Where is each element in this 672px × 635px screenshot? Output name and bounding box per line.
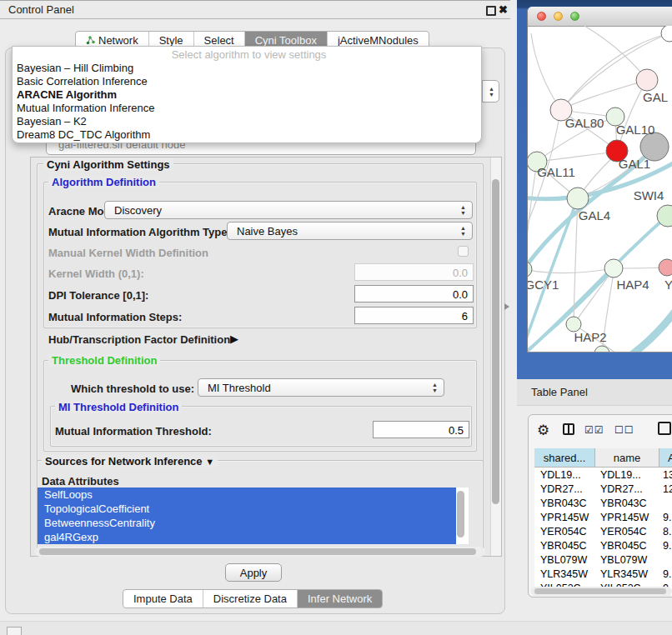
table-cell[interactable]: YLR345W <box>540 568 594 582</box>
network-node-label: GAL10 <box>616 122 655 137</box>
list-item[interactable]: gal4RGexp <box>38 530 456 544</box>
column-header-partial[interactable]: A <box>659 448 672 468</box>
data-attributes-list[interactable]: SelfLoops TopologicalCoefficient Between… <box>38 488 469 544</box>
table-cell[interactable]: 9. <box>663 568 672 582</box>
network-labels: GALGAL80GAL10GAL1GAL11GAL4SWI4GCY1HAP4YH… <box>528 90 672 344</box>
table-cell[interactable]: YBR043C <box>600 497 657 511</box>
splitter-handle-icon[interactable] <box>504 303 509 310</box>
network-node-GAL[interactable] <box>636 69 658 91</box>
mi-threshold-group-title: MI Threshold Definition <box>55 401 182 413</box>
tab-impute-data[interactable]: Impute Data <box>123 590 203 608</box>
close-traffic-light[interactable] <box>537 12 546 21</box>
network-node-Y[interactable] <box>659 259 672 276</box>
table-cell[interactable]: YBL079W <box>600 553 657 568</box>
table-cell[interactable]: 9. <box>663 539 672 553</box>
bottom-left-icon[interactable] <box>7 627 22 635</box>
network-node-label: GAL <box>643 90 668 104</box>
dropdown-item[interactable]: Mutual Information Inference <box>13 102 481 115</box>
table-cell[interactable]: YDL19... <box>540 468 594 482</box>
apply-button[interactable]: Apply <box>225 563 282 582</box>
hub-section-label[interactable]: Hub/Transcription Factor Definition <box>48 333 230 346</box>
column-header-shared-name[interactable]: shared... <box>534 448 595 468</box>
network-window-titlebar[interactable] <box>528 7 672 27</box>
table-cell[interactable]: YLR345W <box>600 568 657 582</box>
table-cell[interactable]: YDR27... <box>600 482 657 497</box>
network-window: GALGAL80GAL10GAL1GAL11GAL4SWI4GCY1HAP4YH… <box>527 7 672 352</box>
unchecked-checkboxes-icon[interactable]: ☐☐ <box>614 424 634 436</box>
dropdown-item[interactable]: Basic Correlation Inference <box>13 75 481 88</box>
table-cell[interactable]: 9. <box>663 511 672 525</box>
manual-kernel-label: Manual Kernel Width Definition <box>48 247 208 259</box>
sources-group-title[interactable]: Sources for Network Inference ▼ <box>42 455 218 468</box>
list-item[interactable]: BetweennessCentrality <box>38 516 456 530</box>
table-cell[interactable]: YBR045C <box>600 539 657 553</box>
dropdown-item[interactable]: Bayesian – Hill Climbing <box>13 62 481 75</box>
network-svg: GALGAL80GAL10GAL1GAL11GAL4SWI4GCY1HAP4YH… <box>528 26 672 352</box>
aracne-mode-combo[interactable]: Discovery ▲▼ <box>104 201 473 219</box>
mi-steps-label: Mutual Information Steps: <box>48 311 182 323</box>
stepper-icon: ▲▼ <box>489 86 494 98</box>
table-cell[interactable]: YBR045C <box>540 539 594 553</box>
checked-checkboxes-icon[interactable]: ☑☑ <box>584 424 604 436</box>
table-cell[interactable]: YPR145W <box>540 511 594 525</box>
h-scrollbar-thumb[interactable] <box>39 548 476 555</box>
mi-threshold-label: Mutual Information Threshold: <box>55 425 212 438</box>
table-scrollbar-thumb[interactable] <box>534 588 666 594</box>
dropdown-item[interactable]: Bayesian – K2 <box>13 115 481 128</box>
network-node-GCY1[interactable] <box>528 261 532 278</box>
network-node-HAP4[interactable] <box>604 259 623 278</box>
mi-threshold-field[interactable]: 0.5 <box>373 421 469 438</box>
table-cell[interactable]: 12 <box>663 482 672 497</box>
network-node-unlabeled[interactable] <box>661 26 672 42</box>
screen: Control Panel ✖ Network Style Select Cyn… <box>0 0 672 635</box>
minimize-traffic-light[interactable] <box>554 12 563 21</box>
column-header-name[interactable]: name <box>595 448 659 468</box>
table-cell[interactable]: YBL079W <box>540 553 594 568</box>
list-item[interactable]: SelfLoops <box>38 488 456 502</box>
table-cell[interactable]: YPR145W <box>600 511 657 525</box>
tab-discretize-data[interactable]: Discretize Data <box>203 590 298 608</box>
table-cell[interactable]: YER054C <box>540 525 594 539</box>
table-horizontal-scrollbar[interactable] <box>531 587 672 596</box>
network-node-label: GAL1 <box>619 157 650 171</box>
close-icon[interactable]: ✖ <box>499 3 508 16</box>
table-cell[interactable]: YER054C <box>600 525 657 539</box>
network-node-label: GAL80 <box>565 116 604 130</box>
network-node-label: GAL11 <box>537 165 575 179</box>
stepper-icon: ▲▼ <box>432 382 438 393</box>
settings-horizontal-scrollbar[interactable] <box>35 547 485 557</box>
split-columns-icon[interactable] <box>563 423 574 435</box>
table-cell[interactable]: YDR27... <box>540 482 594 497</box>
network-node-GAL4[interactable] <box>567 188 589 209</box>
table-cell[interactable]: 13 <box>663 468 672 482</box>
table-panel-titlebar: Table Panel <box>517 379 672 406</box>
dropdown-item[interactable]: Dream8 DC_TDC Algorithm <box>13 128 481 142</box>
tab-infer-network[interactable]: Infer Network <box>298 590 382 608</box>
algorithm-dropdown-list: Select algorithm to view settings Bayesi… <box>12 46 482 143</box>
table-cell[interactable]: YDL19... <box>600 468 657 482</box>
stepper-icon: ▲▼ <box>460 204 466 216</box>
dpi-tolerance-field[interactable]: 0.0 <box>354 285 474 302</box>
dropdown-placeholder: Select algorithm to view settings <box>13 48 481 62</box>
zoom-traffic-light[interactable] <box>570 12 579 21</box>
inference-combo-fragment[interactable]: ▲▼ <box>482 80 499 102</box>
data-attributes-label: Data Attributes <box>42 475 119 488</box>
kernel-width-field[interactable]: 0.0 <box>354 263 474 281</box>
list-item[interactable]: TopologicalCoefficient <box>38 502 456 516</box>
table-cell[interactable]: YBR043C <box>540 497 594 511</box>
table-cell[interactable]: 8. <box>663 525 672 539</box>
page-icon[interactable] <box>658 422 671 435</box>
gear-icon[interactable]: ⚙ <box>537 422 549 439</box>
list-scrollbar-thumb[interactable] <box>457 491 464 538</box>
float-window-icon[interactable] <box>486 6 496 16</box>
collapse-right-icon[interactable]: ▶ <box>230 332 238 345</box>
which-threshold-label: Which threshold to use: <box>71 382 194 395</box>
dropdown-item-selected[interactable]: ARACNE Algorithm <box>13 88 481 102</box>
manual-kernel-checkbox[interactable] <box>458 246 469 257</box>
bottom-strip <box>0 621 672 635</box>
settings-scrollbar-thumb[interactable] <box>492 179 499 504</box>
which-threshold-combo[interactable]: MI Threshold ▲▼ <box>198 378 444 397</box>
mi-type-combo[interactable]: Naive Bayes ▲▼ <box>227 222 473 240</box>
mi-steps-field[interactable]: 6 <box>354 307 474 324</box>
network-node-label: Y <box>664 278 672 292</box>
